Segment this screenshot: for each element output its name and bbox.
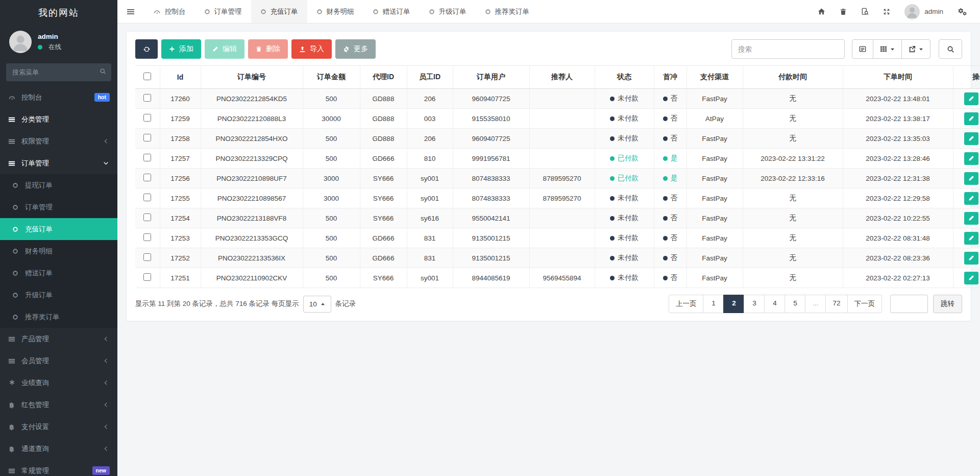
- cell-channel: FastPay: [687, 149, 743, 169]
- pagination-page-1[interactable]: 1: [703, 295, 724, 313]
- topnav-user[interactable]: admin: [904, 4, 943, 19]
- cell-channel: FastPay: [687, 188, 743, 208]
- refresh-button[interactable]: [135, 39, 158, 59]
- sidebar-item-order-manage-sub[interactable]: 订单管理: [0, 196, 117, 218]
- menu-search-input[interactable]: [6, 63, 111, 81]
- row-checkbox[interactable]: [143, 253, 151, 261]
- row-checkbox[interactable]: [143, 273, 151, 281]
- export-button[interactable]: [901, 39, 930, 59]
- row-checkbox[interactable]: [143, 174, 151, 181]
- row-checkbox[interactable]: [143, 194, 151, 201]
- cell-referrer: [529, 248, 595, 268]
- chevron-left-icon: [102, 336, 110, 342]
- cell-actions: [953, 129, 980, 149]
- cell-staff-id: sy001: [407, 169, 453, 188]
- tab-dashboard[interactable]: 控制台: [144, 0, 195, 23]
- row-checkbox[interactable]: [143, 114, 151, 122]
- pagination-page-72[interactable]: 72: [825, 295, 847, 313]
- search-button[interactable]: [939, 39, 962, 59]
- cell-first-charge-label: 是: [671, 174, 678, 182]
- row-edit-button[interactable]: [964, 192, 978, 205]
- sidebar-item-upgrade-orders[interactable]: 升级订单: [0, 284, 117, 306]
- sidebar-item-payment-settings[interactable]: ฿支付设置: [0, 416, 117, 438]
- sidebar-item-dashboard[interactable]: 控制台hot: [0, 86, 117, 108]
- tab-upgrade-orders[interactable]: 升级订单: [420, 0, 476, 23]
- row-checkbox[interactable]: [143, 134, 151, 141]
- cell-status: 未付款: [595, 129, 654, 149]
- cell-status-label: 未付款: [618, 114, 639, 122]
- columns-button[interactable]: [873, 39, 902, 59]
- sidebar-item-recharge-orders[interactable]: 充值订单: [0, 218, 117, 240]
- row-edit-button[interactable]: [964, 232, 978, 245]
- cell-pay-time: 2023-02-22 13:31:22: [743, 149, 843, 169]
- sidebar-item-label: 权限管理: [21, 137, 49, 146]
- home-icon[interactable]: [818, 8, 825, 15]
- tab-referral-reward-orders[interactable]: 推荐奖订单: [476, 0, 539, 23]
- more-button[interactable]: 更多: [335, 39, 376, 59]
- sidebar-item-gift-orders[interactable]: 赠送订单: [0, 262, 117, 284]
- toolbar-buttons: 添加 编辑 删除 导入 更多: [135, 39, 376, 59]
- select-all-checkbox[interactable]: [143, 73, 151, 80]
- edit-button[interactable]: 编辑: [205, 39, 244, 59]
- cell-referrer: [529, 89, 595, 109]
- row-checkbox[interactable]: [143, 154, 151, 161]
- cell-actions: [953, 149, 980, 169]
- cell-channel: FastPay: [687, 208, 743, 228]
- row-edit-button[interactable]: [964, 272, 978, 284]
- circle-icon: [429, 9, 435, 15]
- sidebar-item-performance-query[interactable]: 业绩查询: [0, 372, 117, 394]
- import-button[interactable]: 导入: [291, 39, 332, 59]
- sidebar-item-withdraw-orders[interactable]: 提现订单: [0, 174, 117, 196]
- pagination-page-3[interactable]: 3: [744, 295, 765, 313]
- pagination-page-2[interactable]: 2: [723, 295, 744, 313]
- row-checkbox[interactable]: [143, 94, 151, 102]
- list-icon: [8, 160, 16, 167]
- row-edit-button[interactable]: [964, 92, 978, 105]
- row-edit-button[interactable]: [964, 212, 978, 225]
- tab-recharge-orders[interactable]: 充值订单: [251, 0, 307, 23]
- settings-gears-icon[interactable]: [958, 8, 967, 15]
- sidebar-item-redpacket-manage[interactable]: ฿红包管理: [0, 394, 117, 416]
- page-size-select[interactable]: 10: [303, 296, 331, 313]
- cell-pay-time: 无: [743, 109, 843, 129]
- jump-button[interactable]: 跳转: [933, 295, 962, 313]
- pencil-icon: [968, 96, 974, 102]
- trash-icon[interactable]: [840, 8, 847, 15]
- fullscreen-icon[interactable]: [883, 8, 890, 15]
- row-checkbox[interactable]: [143, 233, 151, 241]
- delete-button[interactable]: 删除: [248, 39, 288, 59]
- tab-gift-orders[interactable]: 赠送订单: [363, 0, 420, 23]
- sidebar-item-member-manage[interactable]: 会员管理: [0, 350, 117, 372]
- sidebar-item-general-manage[interactable]: 常规管理new: [0, 460, 117, 476]
- add-button[interactable]: 添加: [161, 39, 201, 59]
- sidebar-item-order-manage[interactable]: 订单管理: [0, 152, 117, 174]
- cell-status-label: 未付款: [618, 254, 639, 261]
- cell-staff-id: 206: [407, 129, 453, 149]
- row-checkbox[interactable]: [143, 213, 151, 221]
- row-edit-button[interactable]: [964, 132, 978, 145]
- sidebar-item-referral-reward-orders[interactable]: 推荐奖订单: [0, 306, 117, 328]
- row-edit-button[interactable]: [964, 112, 978, 125]
- record-summary-prefix: 显示第 11 到第 20 条记录，总共 716 条记录 每页显示: [135, 299, 299, 308]
- sidebar-item-product-manage[interactable]: 产品管理: [0, 328, 117, 350]
- pagination-prev[interactable]: 上一页: [669, 295, 704, 313]
- table-search-input[interactable]: [731, 39, 845, 59]
- pagination-page-5[interactable]: 5: [785, 295, 805, 313]
- detail-view-button[interactable]: [852, 39, 873, 59]
- sidebar-item-category-manage[interactable]: 分类管理: [0, 108, 117, 130]
- hamburger-icon[interactable]: [117, 0, 144, 23]
- cell-id: 17252: [160, 248, 201, 268]
- tab-finance-detail[interactable]: 财务明细: [307, 0, 363, 23]
- pagination-next[interactable]: 下一页: [847, 295, 883, 313]
- cell-order-no: PNO23022213329CPQ: [201, 149, 303, 169]
- row-edit-button[interactable]: [964, 152, 978, 165]
- sidebar-item-channel-query[interactable]: ฿通道查询: [0, 438, 117, 460]
- tab-order-manage[interactable]: 订单管理: [195, 0, 251, 23]
- sidebar-item-permission-manage[interactable]: 权限管理: [0, 130, 117, 152]
- pagination-page-4[interactable]: 4: [764, 295, 785, 313]
- jump-page-input[interactable]: [890, 295, 928, 313]
- row-edit-button[interactable]: [964, 252, 978, 265]
- sidebar-item-finance-detail[interactable]: 财务明细: [0, 240, 117, 262]
- log-search-icon[interactable]: [861, 8, 869, 15]
- row-edit-button[interactable]: [964, 172, 978, 185]
